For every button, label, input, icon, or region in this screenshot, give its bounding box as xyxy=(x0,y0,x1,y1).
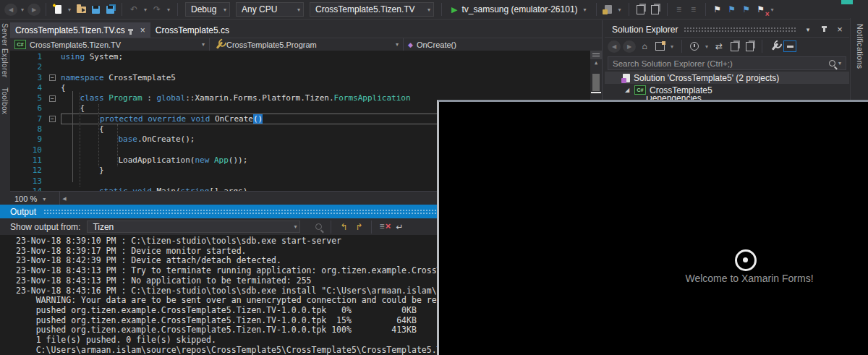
home-icon[interactable]: ⌂ xyxy=(638,39,651,54)
preview-selected-items-icon[interactable] xyxy=(783,39,796,54)
scrollbar-thumb[interactable] xyxy=(592,74,600,91)
platform-select[interactable]: Any CPU xyxy=(236,2,304,17)
clear-all-icon[interactable] xyxy=(378,220,391,234)
csharp-project-icon: C# xyxy=(14,40,26,49)
main-toolbar: ◀▾▶▾↶▾↷▾DebugAny CPUCrossTemplate5.Tizen… xyxy=(0,0,868,20)
close-icon[interactable]: × xyxy=(835,24,845,35)
tab-server-explorer[interactable]: Server Explorer xyxy=(1,23,9,77)
type-dropdown[interactable]: CrossTemplate5.Program ▾ xyxy=(210,38,404,51)
feedback-icon[interactable] xyxy=(841,0,853,4)
properties-wrench-icon[interactable] xyxy=(768,39,781,54)
code-line[interactable]: 3−namespace CrossTemplate5 xyxy=(10,73,590,83)
pin-icon[interactable] xyxy=(129,27,136,33)
tab-crosstemplate5-cs[interactable]: CrossTemplate5.cs xyxy=(150,22,234,38)
filter-caret-icon[interactable]: ▾ xyxy=(703,39,710,54)
panel-title: Solution Explorer xyxy=(612,25,678,35)
output-source-select[interactable]: Tizen xyxy=(87,221,300,233)
undo-caret-icon[interactable]: ▾ xyxy=(142,2,149,17)
pin-icon[interactable] xyxy=(819,26,829,33)
pending-changes-filter-icon[interactable] xyxy=(688,39,701,54)
attach-caret-icon[interactable]: ▾ xyxy=(616,2,624,17)
collapse-all-icon[interactable] xyxy=(743,39,756,54)
expanded-arrow-icon[interactable]: ◢ xyxy=(624,87,631,93)
search-solution-explorer-input[interactable]: Search Solution Explorer (Ctrl+;) xyxy=(608,56,846,70)
sync-icon[interactable]: ⇄ xyxy=(712,39,726,54)
line-number: 8 xyxy=(10,124,42,134)
scroll-left-icon[interactable]: ◀ xyxy=(60,195,69,202)
save-all-icon[interactable] xyxy=(103,2,116,17)
tree-row[interactable]: ◢C#CrossTemplate5 xyxy=(605,84,849,96)
doc-navigate-back-icon[interactable] xyxy=(634,2,647,17)
new-file-caret-icon[interactable]: ▾ xyxy=(66,2,73,17)
doc-navigate-forward-icon[interactable] xyxy=(649,2,662,17)
toolbar-overflow-caret-icon[interactable]: ▾ xyxy=(769,2,776,17)
close-icon[interactable] xyxy=(140,25,145,35)
scroll-up-icon[interactable]: ▲ xyxy=(590,59,602,67)
tree-row[interactable]: Solution 'CrossTemplate5' (2 projects) xyxy=(605,72,849,84)
se-back-icon[interactable]: ◀ xyxy=(608,40,621,53)
line-number: 12 xyxy=(10,166,42,176)
save-icon[interactable] xyxy=(89,2,102,17)
welcome-text: Welcome to Xamarin Forms! xyxy=(641,273,858,284)
configuration-select[interactable]: Debug xyxy=(185,2,230,17)
undo-icon[interactable]: ↶ xyxy=(127,2,140,17)
nav-back-caret-icon[interactable]: ▾ xyxy=(19,2,26,17)
tab-toolbox[interactable]: Toolbox xyxy=(1,87,9,114)
toolbar-separator xyxy=(122,3,122,16)
redo-caret-icon[interactable]: ▾ xyxy=(165,2,172,17)
panel-title: Output xyxy=(10,207,36,217)
line-number: 1 xyxy=(10,52,42,62)
new-file-icon[interactable] xyxy=(51,2,64,17)
nav-forward-icon[interactable]: ▶ xyxy=(27,4,41,16)
bookmark-clear-icon[interactable]: ⚑ xyxy=(754,2,767,17)
attach-process-icon[interactable] xyxy=(602,2,615,17)
outlining-margin xyxy=(42,155,61,166)
search-icon[interactable] xyxy=(829,60,835,67)
code-line[interactable]: 4{ xyxy=(10,83,590,93)
switch-views-caret-icon[interactable]: ▾ xyxy=(668,39,676,54)
uncomment-lines-icon[interactable]: ≡ xyxy=(687,2,700,17)
code-text: { xyxy=(61,83,590,93)
previous-message-icon[interactable]: ↰ xyxy=(337,220,350,234)
line-number: 14 xyxy=(10,187,42,191)
bookmark-prev-icon[interactable]: ⚑ xyxy=(726,2,739,17)
tab-crosstemplate5-tizen-tv-cs[interactable]: CrossTemplate5.Tizen.TV.cs xyxy=(10,22,150,38)
indent-guide xyxy=(98,104,99,166)
bookmark-next-icon[interactable]: ⚑ xyxy=(740,2,753,17)
switch-views-icon[interactable] xyxy=(653,39,666,54)
outlining-margin xyxy=(42,134,61,145)
bookmark-icon[interactable]: ⚑ xyxy=(711,2,724,17)
code-line[interactable]: 1using System; xyxy=(10,52,590,62)
code-line[interactable]: 2 xyxy=(10,62,590,72)
sync-active-document-icon[interactable] xyxy=(728,39,741,54)
nav-back-icon[interactable]: ◀ xyxy=(4,4,17,16)
split-window-handle[interactable] xyxy=(590,51,602,59)
toolbar-separator xyxy=(762,40,762,53)
window-position-caret-icon[interactable]: ▾ xyxy=(803,26,813,33)
tree-item-label: CrossTemplate5 xyxy=(650,85,712,95)
play-icon: ▶ xyxy=(451,5,457,14)
tab-notifications[interactable]: Notifications xyxy=(856,24,864,69)
collapse-region-icon[interactable]: − xyxy=(49,95,56,102)
find-message-icon[interactable] xyxy=(312,220,325,234)
solution-explorer-header[interactable]: Solution Explorer ▾ × xyxy=(605,20,849,37)
project-dropdown[interactable]: C# CrossTemplate5.Tizen.TV ▾ xyxy=(10,38,210,51)
comment-lines-icon[interactable]: ≡ xyxy=(673,2,686,17)
redo-icon[interactable]: ↷ xyxy=(150,2,163,17)
collapse-region-icon[interactable]: − xyxy=(49,74,56,81)
startup-project-select[interactable]: CrossTemplate5.Tizen.TV xyxy=(310,2,434,17)
zoom-select[interactable]: 100 % xyxy=(12,193,59,205)
next-message-icon[interactable]: ↱ xyxy=(352,220,365,234)
open-folder-icon[interactable] xyxy=(75,2,88,17)
se-forward-icon[interactable]: ▶ xyxy=(623,40,636,53)
tizen-emulator-window[interactable]: Welcome to Xamarin Forms! xyxy=(437,100,868,355)
toolbar-separator xyxy=(441,3,442,16)
start-debug-button[interactable]: ▶tv_samsung (emulator-26101) xyxy=(447,2,591,17)
word-wrap-icon[interactable]: ↵ xyxy=(393,220,406,234)
member-dropdown[interactable]: ◆ OnCreate() xyxy=(404,38,602,51)
outlining-margin xyxy=(42,83,61,93)
collapse-region-icon[interactable]: − xyxy=(49,116,56,122)
tab-label: CrossTemplate5.cs xyxy=(156,25,229,35)
output-source-value: Tizen xyxy=(93,222,288,232)
toolbar-separator xyxy=(705,3,706,16)
